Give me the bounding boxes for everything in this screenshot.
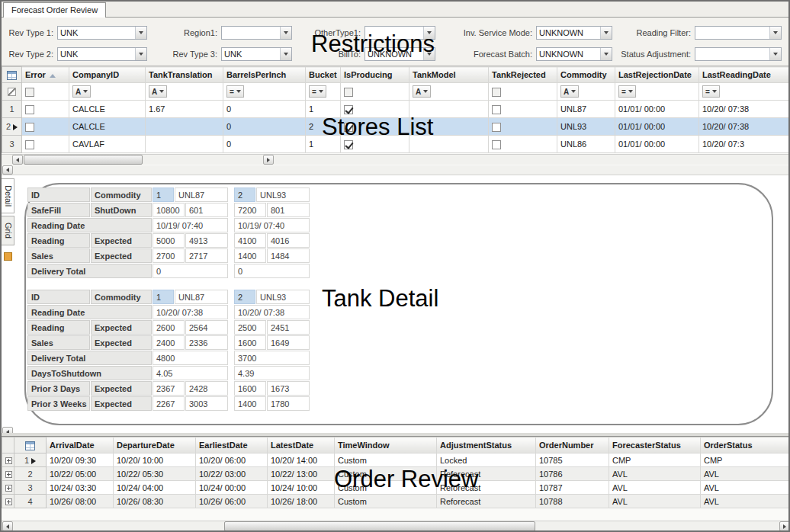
cell-arrivaldate[interactable]: 10/24/ 03:30 bbox=[47, 481, 114, 495]
cell-adjustmentstatus[interactable]: Locked bbox=[437, 453, 536, 467]
expand-icon[interactable] bbox=[5, 457, 12, 464]
cell-error[interactable] bbox=[22, 118, 69, 136]
tab-forecast-order-review[interactable]: Forecast Order Review bbox=[3, 2, 106, 18]
filter-tanktranslation[interactable]: A bbox=[146, 83, 223, 101]
cell-departuredate[interactable]: 10/22/ 05:30 bbox=[114, 467, 196, 481]
cell-forecasterstatus[interactable]: AVL bbox=[609, 481, 701, 495]
col-orderstatus[interactable]: OrderStatus bbox=[701, 437, 790, 453]
filter-lastrejectiondate[interactable]: = bbox=[615, 83, 699, 101]
scroll-right-button[interactable] bbox=[779, 521, 790, 531]
dropdown-arrow-icon[interactable] bbox=[769, 48, 781, 60]
cell-latestdate[interactable]: 10/22/ 13:00 bbox=[268, 467, 335, 481]
filter-tankmodel[interactable]: A bbox=[409, 83, 489, 101]
cell-earliestdate[interactable]: 10/24/ 00:00 bbox=[196, 481, 268, 495]
cell-ordernumber[interactable]: 10785 bbox=[536, 453, 609, 467]
row-expander[interactable] bbox=[2, 467, 14, 481]
cell-latestdate[interactable]: 10/26/ 18:00 bbox=[268, 495, 335, 508]
cell-lastrejectiondate[interactable]: 01/01/ 00:00 bbox=[615, 118, 699, 136]
filter-bucket[interactable]: = bbox=[306, 83, 341, 101]
equals-filter-button[interactable]: = bbox=[618, 85, 636, 98]
cell-commodity[interactable]: UNL93 bbox=[557, 118, 615, 136]
error-checkbox[interactable] bbox=[25, 140, 34, 149]
cell-lastrejectiondate[interactable]: 01/01/ 00:00 bbox=[615, 101, 699, 118]
cell-earliestdate[interactable]: 10/22/ 03:00 bbox=[196, 467, 268, 481]
scrollbar-thumb[interactable] bbox=[224, 521, 535, 531]
tank-rejected-checkbox[interactable] bbox=[492, 123, 501, 132]
cell-timewindow[interactable]: Custom bbox=[335, 495, 437, 508]
is-producing-checkbox[interactable] bbox=[344, 105, 353, 114]
filter-companyid[interactable]: A bbox=[69, 83, 146, 101]
filter-checkbox[interactable] bbox=[344, 88, 353, 97]
dropdown-arrow-icon[interactable] bbox=[769, 27, 781, 39]
text-filter-button[interactable]: A bbox=[560, 85, 579, 98]
tab-detail[interactable]: Detail bbox=[2, 178, 14, 213]
cell-arrivaldate[interactable]: 10/26/ 08:00 bbox=[47, 495, 114, 508]
rev-type-2-combo[interactable]: UNK bbox=[57, 47, 147, 61]
col-earliestdate[interactable]: EarliestDate bbox=[196, 437, 268, 453]
region1-combo[interactable] bbox=[221, 26, 292, 40]
dropdown-arrow-icon[interactable] bbox=[135, 48, 146, 60]
filter-lastreadingdate[interactable]: = bbox=[699, 83, 790, 101]
scroll-left-button[interactable] bbox=[2, 521, 13, 531]
cell-tankrejected[interactable] bbox=[489, 101, 557, 118]
col-commodity[interactable]: Commodity bbox=[557, 67, 615, 83]
text-filter-button[interactable]: A bbox=[72, 85, 91, 98]
col-arrivaldate[interactable]: ArrivalDate bbox=[47, 437, 114, 453]
tank-rejected-checkbox[interactable] bbox=[492, 105, 501, 114]
inv-service-mode-combo[interactable]: UNKNOWN bbox=[536, 26, 612, 40]
scroll-left-button[interactable] bbox=[2, 165, 13, 175]
cell-adjustmentstatus[interactable]: Reforecast bbox=[437, 495, 536, 508]
col-ordernumber[interactable]: OrderNumber bbox=[536, 437, 609, 453]
orders-selector-header[interactable] bbox=[14, 437, 47, 453]
cell-orderstatus[interactable]: AVL bbox=[701, 481, 790, 495]
col-lastreadingdate[interactable]: LastReadingDate bbox=[699, 67, 790, 83]
dropdown-arrow-icon[interactable] bbox=[135, 27, 146, 39]
cell-barrelsperinch[interactable]: 0 bbox=[223, 136, 306, 153]
cell-forecasterstatus[interactable]: CMP bbox=[609, 453, 701, 467]
is-producing-checkbox[interactable] bbox=[344, 140, 353, 149]
cell-commodity[interactable]: UNL86 bbox=[557, 136, 615, 153]
cell-companyid[interactable]: CALCLE bbox=[69, 118, 146, 136]
filter-error[interactable] bbox=[22, 83, 69, 101]
col-isproducing[interactable]: IsProducing bbox=[341, 67, 409, 83]
cell-lastrejectiondate[interactable]: 01/01/ 00:00 bbox=[615, 136, 699, 153]
row-expander[interactable] bbox=[2, 495, 14, 508]
row-selector[interactable]: 1 bbox=[2, 101, 22, 118]
dropdown-arrow-icon[interactable] bbox=[280, 27, 291, 39]
reading-filter-combo[interactable] bbox=[695, 26, 782, 40]
col-companyid[interactable]: CompanyID bbox=[69, 67, 146, 83]
cell-tankrejected[interactable] bbox=[489, 118, 557, 136]
cell-arrivaldate[interactable]: 10/22/ 05:00 bbox=[47, 467, 114, 481]
cell-ordernumber[interactable]: 10787 bbox=[536, 481, 609, 495]
text-filter-button[interactable]: A bbox=[149, 85, 167, 98]
cell-forecasterstatus[interactable]: AVL bbox=[609, 467, 701, 481]
forecast-batch-combo[interactable]: UNKNOWN bbox=[536, 47, 612, 61]
row-selector[interactable]: 2 bbox=[14, 467, 47, 481]
col-timewindow[interactable]: TimeWindow bbox=[335, 437, 437, 453]
cell-orderstatus[interactable]: AVL bbox=[701, 495, 790, 508]
filter-isproducing[interactable] bbox=[341, 83, 409, 101]
cell-departuredate[interactable]: 10/24/ 04:00 bbox=[114, 481, 196, 495]
cell-companyid[interactable]: CAVLAF bbox=[69, 136, 146, 153]
filter-checkbox[interactable] bbox=[25, 88, 34, 97]
cell-tankrejected[interactable] bbox=[489, 136, 557, 153]
scroll-right-button[interactable] bbox=[263, 155, 274, 165]
cell-departuredate[interactable]: 10/26/ 08:30 bbox=[114, 495, 196, 508]
dropdown-arrow-icon[interactable] bbox=[280, 48, 291, 60]
cell-departuredate[interactable]: 10/20/ 10:00 bbox=[114, 453, 196, 467]
text-filter-button[interactable]: A bbox=[413, 85, 431, 98]
cell-forecasterstatus[interactable]: AVL bbox=[609, 495, 701, 508]
cell-tanktranslation[interactable] bbox=[146, 118, 223, 136]
cell-lastreadingdate[interactable]: 10/20/ 07:38 bbox=[699, 101, 790, 118]
row-expander[interactable] bbox=[2, 481, 14, 495]
error-checkbox[interactable] bbox=[25, 105, 34, 114]
col-latestdate[interactable]: LatestDate bbox=[268, 437, 335, 453]
cell-earliestdate[interactable]: 10/20/ 06:00 bbox=[196, 453, 268, 467]
col-departuredate[interactable]: DepartureDate bbox=[114, 437, 196, 453]
cell-timewindow[interactable]: Custom bbox=[335, 453, 437, 467]
order-row[interactable]: 1 10/20/ 09:30 10/20/ 10:00 10/20/ 06:00… bbox=[2, 453, 790, 467]
col-tanktranslation[interactable]: TankTranslation bbox=[146, 67, 223, 83]
col-tankmodel[interactable]: TankModel bbox=[409, 67, 489, 83]
scroll-left-button[interactable] bbox=[12, 155, 23, 165]
stores-horizontal-scrollbar[interactable] bbox=[2, 154, 790, 165]
